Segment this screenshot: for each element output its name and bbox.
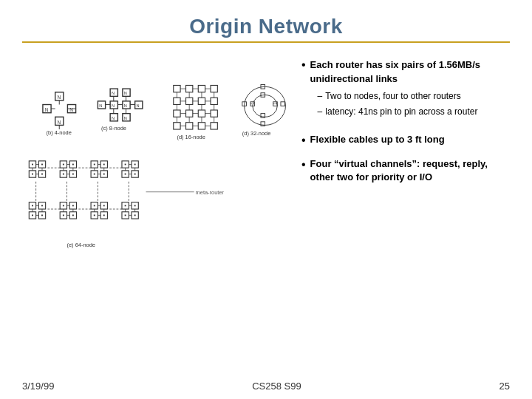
svg-rect-127 <box>94 174 95 175</box>
svg-rect-46 <box>186 110 193 117</box>
svg-rect-176 <box>103 214 105 216</box>
svg-text:N: N <box>137 103 140 108</box>
svg-rect-185 <box>125 205 126 206</box>
svg-text:N: N <box>99 103 102 108</box>
footer-course: CS258 S99 <box>252 381 301 392</box>
svg-rect-103 <box>32 174 33 175</box>
svg-rect-186 <box>134 205 136 206</box>
svg-rect-116 <box>72 174 74 175</box>
svg-rect-114 <box>72 164 74 166</box>
svg-rect-43 <box>198 98 205 104</box>
svg-text:N: N <box>112 116 115 120</box>
bullet-item-2: • Flexible cables up to 3 ft long <box>301 133 510 147</box>
sub-text-1-2: latency: 41ns pin to pin across a router <box>325 106 477 118</box>
svg-rect-162 <box>72 205 74 206</box>
bullet-text-3: Four “virtual channels”: request, reply,… <box>310 157 510 184</box>
title-section: Origin Network <box>22 15 510 43</box>
svg-rect-41 <box>174 98 180 104</box>
svg-rect-188 <box>134 214 136 216</box>
svg-rect-164 <box>72 214 74 216</box>
svg-rect-47 <box>198 110 205 117</box>
title-underline <box>22 41 510 43</box>
sub-item-1-1: – Two to nodes, four to other routers <box>318 90 510 103</box>
svg-text:N: N <box>57 120 61 125</box>
svg-text:meta-router: meta-router <box>196 189 225 196</box>
svg-rect-139 <box>125 174 126 175</box>
svg-text:N: N <box>124 116 127 120</box>
svg-text:N: N <box>57 95 61 100</box>
network-diagram: N N N N (b) 4-node <box>22 50 290 368</box>
svg-rect-48 <box>211 110 217 117</box>
bullet-dot-1: • <box>301 58 306 72</box>
svg-text:(c) 8-node: (c) 8-node <box>101 125 126 132</box>
sub-dash-1-1: – <box>318 90 323 103</box>
sub-bullets-1: – Two to nodes, four to other routers – … <box>318 90 510 118</box>
svg-rect-104 <box>41 174 43 175</box>
svg-text:N: N <box>112 103 115 108</box>
content-area: N N N N (b) 4-node <box>22 50 510 368</box>
footer-date: 3/19/99 <box>22 381 54 392</box>
svg-text:(b) 4-node: (b) 4-node <box>47 129 72 136</box>
svg-rect-140 <box>134 174 136 175</box>
svg-rect-138 <box>134 164 136 166</box>
svg-rect-39 <box>198 85 205 92</box>
svg-text:(e) 64-node: (e) 64-node <box>67 242 95 248</box>
svg-rect-49 <box>174 123 180 129</box>
bullet-item-1: • Each router has six pairs of 1.56MB/s … <box>301 58 510 123</box>
svg-rect-37 <box>174 85 180 92</box>
bullet-text-2: Flexible cables up to 3 ft long <box>310 133 445 146</box>
svg-rect-42 <box>186 98 193 104</box>
sub-item-1-2: – latency: 41ns pin to pin across a rout… <box>318 106 510 118</box>
right-panel: • Each router has six pairs of 1.56MB/s … <box>290 50 510 368</box>
svg-rect-126 <box>103 164 105 166</box>
left-panel: N N N N (b) 4-node <box>22 50 290 368</box>
slide-container: Origin Network N <box>0 0 532 399</box>
bullet-dot-2: • <box>301 134 306 147</box>
sub-dash-1-2: – <box>318 106 323 118</box>
svg-rect-52 <box>211 123 217 129</box>
bullet-dot-3: • <box>301 158 306 171</box>
svg-rect-101 <box>32 164 33 166</box>
svg-text:N: N <box>124 91 127 95</box>
svg-text:(d) 32-node: (d) 32-node <box>242 130 270 137</box>
svg-rect-151 <box>32 214 33 216</box>
svg-rect-125 <box>94 164 95 166</box>
svg-rect-45 <box>174 110 180 117</box>
bullet-item-3: • Four “virtual channels”: request, repl… <box>301 157 510 184</box>
bullet-text-1: Each router has six pairs of 1.56MB/s un… <box>310 59 480 84</box>
svg-rect-150 <box>41 205 43 206</box>
svg-text:N: N <box>112 91 115 95</box>
svg-rect-149 <box>32 205 33 206</box>
svg-rect-38 <box>186 85 193 92</box>
svg-rect-40 <box>211 85 217 92</box>
svg-rect-81 <box>281 102 285 106</box>
svg-text:N: N <box>124 103 127 108</box>
svg-rect-115 <box>63 174 64 175</box>
svg-rect-128 <box>103 174 105 175</box>
slide-title: Origin Network <box>22 15 510 38</box>
svg-text:N: N <box>69 107 73 112</box>
svg-rect-44 <box>211 98 217 104</box>
svg-rect-137 <box>125 164 126 166</box>
svg-rect-152 <box>41 214 43 216</box>
svg-rect-113 <box>63 164 64 166</box>
svg-rect-187 <box>125 214 126 216</box>
svg-rect-173 <box>94 205 95 206</box>
svg-text:N: N <box>45 107 49 112</box>
svg-rect-102 <box>41 164 43 166</box>
svg-rect-175 <box>94 214 95 216</box>
footer-page: 25 <box>499 381 510 392</box>
svg-rect-161 <box>63 205 64 206</box>
svg-rect-163 <box>63 214 64 216</box>
svg-rect-51 <box>198 123 205 129</box>
footer: 3/19/99 CS258 S99 25 <box>0 381 532 392</box>
svg-rect-50 <box>186 123 193 129</box>
svg-rect-174 <box>103 205 105 206</box>
sub-text-1-1: Two to nodes, four to other routers <box>325 90 460 103</box>
svg-text:(d) 16-node: (d) 16-node <box>177 134 205 140</box>
